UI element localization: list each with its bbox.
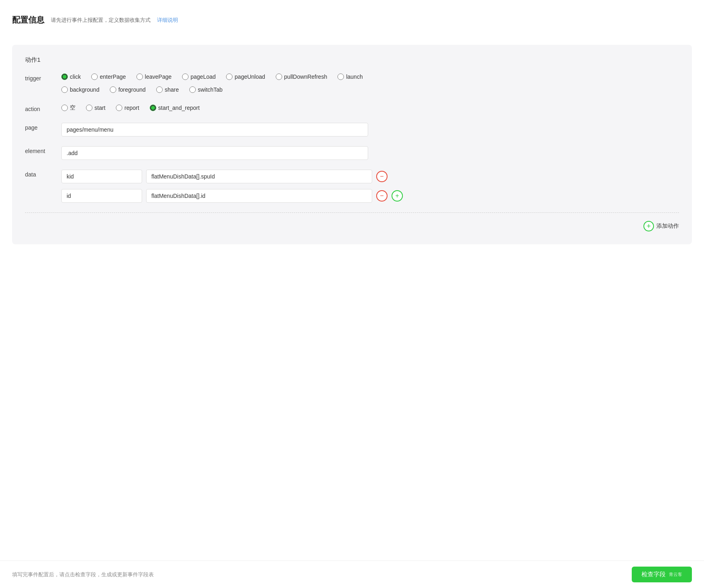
action-report[interactable]: report <box>116 105 139 111</box>
page-title: 配置信息 <box>12 15 44 25</box>
add-action-circle-icon: + <box>643 221 654 231</box>
page-content <box>61 123 679 136</box>
data-value-1[interactable] <box>146 170 372 183</box>
page-input[interactable] <box>61 123 368 136</box>
data-label: data <box>25 170 61 178</box>
element-input[interactable] <box>61 146 368 160</box>
trigger-launch-label: launch <box>346 74 362 80</box>
header-description: 请先进行事件上报配置，定义数据收集方式 <box>51 17 151 24</box>
trigger-switchTab-radio[interactable] <box>189 86 196 93</box>
footer: 填写完事件配置后，请点击检查字段，生成或更新事件字段表 检查字段 青云客 <box>0 561 704 588</box>
action-empty-radio[interactable] <box>61 105 68 111</box>
action-empty[interactable]: 空 <box>61 104 75 111</box>
trigger-foreground-radio[interactable] <box>110 86 116 93</box>
trigger-pageUnload-label: pageUnload <box>235 74 265 80</box>
data-row-2: − + <box>61 189 679 203</box>
minus-icon-2: − <box>380 193 383 199</box>
add-action-label: 添加动作 <box>656 223 679 230</box>
trigger-options-row1: click enterPage leavePage pageLoad <box>61 74 679 80</box>
page-row: page <box>25 123 679 136</box>
trigger-leavePage-radio[interactable] <box>136 74 143 80</box>
plus-icon: + <box>395 193 399 199</box>
trigger-options-row2: background foreground share switchTab <box>61 86 679 93</box>
detail-link[interactable]: 详细说明 <box>157 17 178 24</box>
trigger-click-label: click <box>70 74 81 80</box>
trigger-launch-radio[interactable] <box>337 74 344 80</box>
trigger-launch[interactable]: launch <box>337 74 362 80</box>
trigger-background[interactable]: background <box>61 86 99 93</box>
action-start-and-report[interactable]: start_and_report <box>150 105 200 111</box>
minus-icon: − <box>380 173 383 180</box>
add-data-row-button[interactable]: + <box>392 190 403 202</box>
action-block-divider <box>25 212 679 213</box>
action-label: action <box>25 104 61 112</box>
page-wrapper: 配置信息 请先进行事件上报配置，定义数据收集方式 详细说明 动作1 trigge… <box>0 0 704 588</box>
data-row-1: − <box>61 170 679 183</box>
footer-hint: 填写完事件配置后，请点击检查字段，生成或更新事件字段表 <box>12 571 154 578</box>
data-value-2[interactable] <box>146 189 372 203</box>
trigger-pullDownRefresh-radio[interactable] <box>276 74 282 80</box>
trigger-leavePage-label: leavePage <box>145 74 172 80</box>
trigger-row: trigger click enterPage leavePage <box>25 74 679 94</box>
trigger-label: trigger <box>25 74 61 82</box>
data-key-2[interactable] <box>61 189 142 203</box>
trigger-background-radio[interactable] <box>61 86 68 93</box>
action-start-label: start <box>94 105 105 111</box>
action-options-row: 空 start report start_and_report <box>61 104 679 111</box>
trigger-pullDownRefresh-label: pullDownRefresh <box>284 74 327 80</box>
trigger-share-label: share <box>165 86 179 93</box>
trigger-pageUnload-radio[interactable] <box>226 74 233 80</box>
data-content: − − + <box>61 170 679 203</box>
trigger-pageLoad-label: pageLoad <box>191 74 216 80</box>
trigger-enterPage-label: enterPage <box>100 74 126 80</box>
trigger-share-radio[interactable] <box>156 86 163 93</box>
remove-data-row-1-button[interactable]: − <box>376 171 388 182</box>
action-start[interactable]: start <box>86 105 105 111</box>
data-key-1[interactable] <box>61 170 142 183</box>
trigger-enterPage[interactable]: enterPage <box>91 74 126 80</box>
action-title: 动作1 <box>25 56 679 64</box>
trigger-click-radio[interactable] <box>61 74 68 80</box>
check-fields-button[interactable]: 检查字段 青云客 <box>632 567 692 582</box>
action-start-and-report-radio[interactable] <box>150 105 156 111</box>
element-row: element <box>25 146 679 160</box>
element-label: element <box>25 146 61 154</box>
add-action-button[interactable]: + 添加动作 <box>643 221 679 231</box>
action-start-and-report-label: start_and_report <box>158 105 200 111</box>
trigger-leavePage[interactable]: leavePage <box>136 74 172 80</box>
action-empty-label: 空 <box>70 104 75 111</box>
trigger-pageLoad[interactable]: pageLoad <box>182 74 216 80</box>
action-start-radio[interactable] <box>86 105 92 111</box>
trigger-foreground-label: foreground <box>118 86 146 93</box>
trigger-foreground[interactable]: foreground <box>110 86 146 93</box>
trigger-content: click enterPage leavePage pageLoad <box>61 74 679 94</box>
trigger-share[interactable]: share <box>156 86 179 93</box>
page-label: page <box>25 123 61 131</box>
trigger-enterPage-radio[interactable] <box>91 74 98 80</box>
action-content: 空 start report start_and_report <box>61 104 679 113</box>
data-row: data − − <box>25 170 679 203</box>
data-rows: − − + <box>61 170 679 203</box>
trigger-switchTab[interactable]: switchTab <box>189 86 222 93</box>
action-row: action 空 start report <box>25 104 679 113</box>
header: 配置信息 请先进行事件上报配置，定义数据收集方式 详细说明 <box>12 8 692 35</box>
footer-brand: 青云客 <box>669 571 682 578</box>
action-report-label: report <box>124 105 139 111</box>
check-fields-label: 检查字段 <box>641 571 666 578</box>
element-content <box>61 146 679 160</box>
action-report-radio[interactable] <box>116 105 122 111</box>
trigger-switchTab-label: switchTab <box>198 86 222 93</box>
add-action-row: + 添加动作 <box>25 221 679 231</box>
trigger-click[interactable]: click <box>61 74 81 80</box>
trigger-pullDownRefresh[interactable]: pullDownRefresh <box>276 74 327 80</box>
trigger-background-label: background <box>70 86 99 93</box>
trigger-pageUnload[interactable]: pageUnload <box>226 74 265 80</box>
trigger-pageLoad-radio[interactable] <box>182 74 189 80</box>
action-block: 动作1 trigger click enterPage leavePage <box>12 45 692 244</box>
remove-data-row-2-button[interactable]: − <box>376 190 388 202</box>
